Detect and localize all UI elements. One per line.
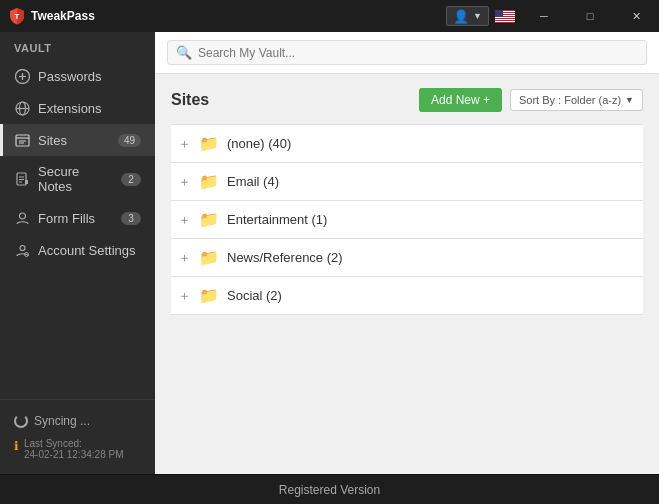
folder-name: Entertainment (1): [227, 212, 327, 227]
sidebar-item-sites[interactable]: Sites 49: [0, 124, 155, 156]
sites-header: Sites Add New + Sort By : Folder (a-z) ▼: [171, 88, 643, 112]
language-flag-icon[interactable]: [495, 10, 515, 23]
form-fills-label: Form Fills: [38, 211, 95, 226]
sort-label: Sort By : Folder (a-z): [519, 94, 621, 106]
extensions-icon: [14, 100, 30, 116]
sidebar-item-account-settings[interactable]: Account Settings: [0, 234, 155, 266]
tweakpass-logo-icon: T: [8, 7, 26, 25]
svg-rect-23: [25, 180, 28, 184]
account-settings-icon: [14, 242, 30, 258]
folder-name: (none) (40): [227, 136, 291, 151]
sidebar-bottom: Syncing ... ℹ Last Synced: 24-02-21 12:3…: [0, 399, 155, 474]
header-actions: Add New + Sort By : Folder (a-z) ▼: [419, 88, 643, 112]
svg-rect-5: [495, 17, 515, 18]
sidebar-item-form-fills[interactable]: Form Fills 3: [0, 202, 155, 234]
folder-icon: 📁: [199, 134, 219, 153]
app-title: TweakPass: [31, 9, 95, 23]
folder-list: ＋ 📁 (none) (40) ＋ 📁 Email (4) ＋ 📁 Entert…: [171, 124, 643, 315]
sync-spinner-icon: [14, 414, 28, 428]
folder-icon: 📁: [199, 248, 219, 267]
svg-point-25: [20, 245, 25, 250]
secure-notes-icon: [14, 171, 30, 187]
info-icon: ℹ: [14, 439, 19, 453]
svg-text:T: T: [15, 12, 20, 21]
sidebar-item-secure-notes[interactable]: Secure Notes 2: [0, 156, 155, 202]
svg-point-24: [19, 213, 25, 219]
sync-area: Syncing ...: [0, 408, 155, 434]
expand-icon: ＋: [177, 249, 191, 267]
window-controls: 👤 ▼ ─ □ ✕: [446, 0, 659, 32]
search-bar: 🔍: [155, 32, 659, 74]
folder-item-none[interactable]: ＋ 📁 (none) (40): [171, 124, 643, 163]
passwords-icon: [14, 68, 30, 84]
main-layout: Vault Passwords Extensions: [0, 32, 659, 474]
title-bar: T TweakPass 👤 ▼ ─ □ ✕: [0, 0, 659, 32]
sites-label: Sites: [38, 133, 67, 148]
close-button[interactable]: ✕: [613, 0, 659, 32]
sidebar-item-passwords[interactable]: Passwords: [0, 60, 155, 92]
sort-dropdown[interactable]: Sort By : Folder (a-z) ▼: [510, 89, 643, 111]
vault-label: Vault: [0, 32, 155, 60]
folder-name: News/Reference (2): [227, 250, 343, 265]
folder-name: Email (4): [227, 174, 279, 189]
sync-row: Syncing ...: [14, 414, 141, 428]
folder-item-news[interactable]: ＋ 📁 News/Reference (2): [171, 239, 643, 277]
user-icon: 👤: [453, 9, 469, 24]
svg-rect-8: [495, 10, 503, 17]
expand-icon: ＋: [177, 287, 191, 305]
folder-item-email[interactable]: ＋ 📁 Email (4): [171, 163, 643, 201]
sites-badge: 49: [118, 134, 141, 147]
user-dropdown[interactable]: 👤 ▼: [446, 6, 489, 26]
form-fills-badge: 3: [121, 212, 141, 225]
account-settings-label: Account Settings: [38, 243, 136, 258]
add-new-button[interactable]: Add New +: [419, 88, 502, 112]
folder-item-social[interactable]: ＋ 📁 Social (2): [171, 277, 643, 315]
folder-icon: 📁: [199, 286, 219, 305]
last-synced-label: Last Synced:: [24, 438, 124, 449]
sort-chevron-icon: ▼: [625, 95, 634, 105]
sites-title: Sites: [171, 91, 209, 109]
extensions-label: Extensions: [38, 101, 102, 116]
search-icon: 🔍: [176, 45, 192, 60]
registered-bar: Registered Version: [0, 474, 659, 504]
expand-icon: ＋: [177, 173, 191, 191]
svg-rect-6: [495, 19, 515, 20]
registered-label: Registered Version: [279, 483, 380, 497]
last-synced-area: ℹ Last Synced: 24-02-21 12:34:28 PM: [0, 434, 155, 466]
folder-item-entertainment[interactable]: ＋ 📁 Entertainment (1): [171, 201, 643, 239]
folder-icon: 📁: [199, 210, 219, 229]
form-fills-icon: [14, 210, 30, 226]
secure-notes-label: Secure Notes: [38, 164, 113, 194]
svg-rect-7: [495, 21, 515, 22]
user-dropdown-arrow: ▼: [473, 11, 482, 21]
search-input[interactable]: [198, 46, 638, 60]
app-logo: T TweakPass: [8, 7, 95, 25]
content-body: Sites Add New + Sort By : Folder (a-z) ▼…: [155, 74, 659, 474]
expand-icon: ＋: [177, 135, 191, 153]
expand-icon: ＋: [177, 211, 191, 229]
content-area: 🔍 Sites Add New + Sort By : Folder (a-z)…: [155, 32, 659, 474]
folder-icon: 📁: [199, 172, 219, 191]
sync-label: Syncing ...: [34, 414, 90, 428]
us-flag-icon: [495, 10, 515, 23]
maximize-button[interactable]: □: [567, 0, 613, 32]
minimize-button[interactable]: ─: [521, 0, 567, 32]
last-synced-time: 24-02-21 12:34:28 PM: [24, 449, 124, 460]
sidebar-item-extensions[interactable]: Extensions: [0, 92, 155, 124]
passwords-label: Passwords: [38, 69, 102, 84]
secure-notes-badge: 2: [121, 173, 141, 186]
search-input-wrap[interactable]: 🔍: [167, 40, 647, 65]
sidebar: Vault Passwords Extensions: [0, 32, 155, 474]
folder-name: Social (2): [227, 288, 282, 303]
sites-icon: [14, 132, 30, 148]
